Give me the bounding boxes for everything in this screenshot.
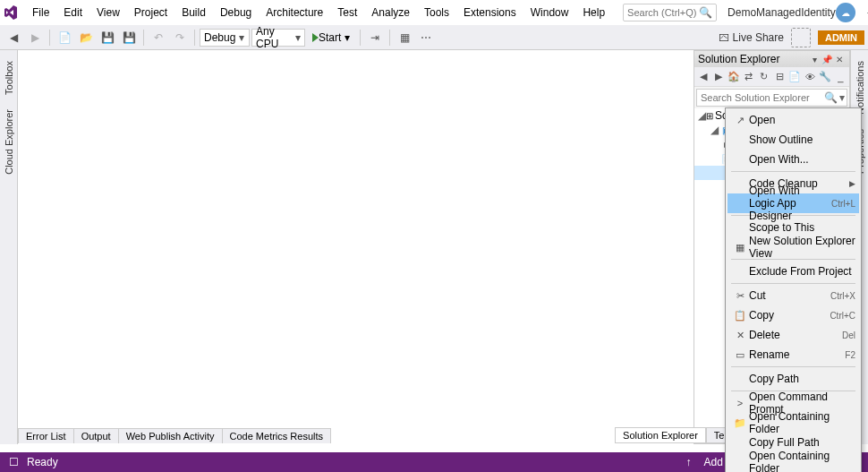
- context-menu-label: Open Containing Folder: [749, 450, 855, 472]
- expander-icon[interactable]: ◢: [698, 109, 706, 122]
- context-menu-item[interactable]: Open Containing Folder: [728, 452, 859, 472]
- start-button[interactable]: Start▾: [307, 28, 355, 47]
- panel-forward-button[interactable]: ▶: [711, 69, 725, 85]
- step-button[interactable]: ⇥: [365, 28, 385, 47]
- menu-tools[interactable]: Tools: [417, 3, 456, 22]
- context-menu-label: Copy Path: [749, 373, 855, 385]
- cloud-explorer-tab[interactable]: Cloud Explorer: [2, 102, 16, 182]
- context-menu-item[interactable]: Open With...: [728, 150, 859, 169]
- live-share-button[interactable]: ⮹ Live Share: [719, 31, 784, 44]
- search-box[interactable]: 🔍: [623, 4, 717, 21]
- menu-extensions[interactable]: Extensions: [456, 3, 523, 22]
- save-all-button[interactable]: 💾: [119, 28, 139, 47]
- platform-combo[interactable]: Any CPU▾: [251, 29, 305, 47]
- panel-pin-button[interactable]: 📌: [821, 53, 833, 65]
- tab-code-metrics[interactable]: Code Metrics Results: [222, 428, 332, 443]
- context-menu-label: Copy Full Path: [749, 436, 855, 449]
- menu-window[interactable]: Window: [523, 3, 576, 22]
- panel-preview-button[interactable]: 👁: [804, 69, 817, 85]
- redo-button[interactable]: ↷: [170, 28, 190, 47]
- menu-build[interactable]: Build: [174, 3, 213, 22]
- copy-icon: 📋: [731, 310, 749, 322]
- context-menu-item[interactable]: Open With Logic App DesignerCtrl+L: [728, 193, 859, 213]
- panel-home-button[interactable]: 🏠: [727, 69, 740, 85]
- tab-output[interactable]: Output: [73, 428, 119, 443]
- panel-dropdown-button[interactable]: ▾: [808, 53, 821, 65]
- context-menu-label: Scope to This: [749, 221, 855, 234]
- context-menu-item[interactable]: ▭RenameF2: [728, 345, 859, 365]
- context-menu-item[interactable]: Exclude From Project: [728, 262, 859, 281]
- minimize-button[interactable]: ─: [861, 2, 868, 23]
- folder-icon: 📁: [731, 417, 749, 429]
- undo-button[interactable]: ↶: [149, 28, 168, 47]
- panel-close-button[interactable]: ✕: [833, 53, 846, 65]
- open-icon: ↗: [731, 115, 749, 126]
- new-project-button[interactable]: 📄: [55, 28, 74, 47]
- menu-analyze[interactable]: Analyze: [364, 3, 417, 22]
- back-button[interactable]: ◀: [4, 28, 23, 47]
- context-menu-item[interactable]: ↗Open: [728, 110, 859, 130]
- context-menu-item[interactable]: ✕DeleteDel: [728, 325, 859, 345]
- context-menu-item[interactable]: ✂CutCtrl+X: [728, 286, 859, 305]
- forward-button[interactable]: ▶: [25, 28, 45, 47]
- browse-button[interactable]: ▦: [395, 28, 414, 47]
- panel-header: Solution Explorer ▾ 📌 ✕: [694, 51, 849, 67]
- context-menu-item[interactable]: Copy Path: [728, 369, 859, 389]
- context-menu-shortcut: F2: [845, 350, 855, 360]
- source-control-up-icon: ↑: [683, 456, 695, 468]
- context-menu-item[interactable]: Show Outline: [728, 130, 859, 150]
- open-button[interactable]: 📂: [76, 28, 96, 47]
- context-menu-label: Delete: [749, 329, 835, 341]
- panel-sync-button[interactable]: ⇄: [742, 69, 755, 85]
- extra-button[interactable]: ⋯: [416, 28, 436, 47]
- search-icon: 🔍: [824, 91, 838, 104]
- tab-web-publish[interactable]: Web Publish Activity: [118, 428, 223, 443]
- toolbox-tab[interactable]: Toolbox: [2, 54, 16, 102]
- menu-file[interactable]: File: [25, 3, 56, 22]
- panel-back-button[interactable]: ◀: [696, 69, 710, 85]
- left-rail: Toolbox Cloud Explorer: [0, 50, 18, 444]
- context-menu-label: Open Containing Folder: [749, 410, 855, 435]
- menu-architecture[interactable]: Architecture: [259, 3, 330, 22]
- window-title: DemoManagedIdentity: [728, 6, 836, 19]
- chevron-down-icon[interactable]: ▾: [839, 91, 845, 104]
- context-menu: ↗OpenShow OutlineOpen With...Code Cleanu…: [725, 107, 862, 472]
- context-menu-label: Open: [749, 114, 855, 126]
- context-menu-label: Rename: [749, 348, 838, 361]
- cmd-icon: >: [731, 398, 749, 408]
- panel-refresh-button[interactable]: ↻: [757, 69, 770, 85]
- panel-search-input[interactable]: [701, 92, 824, 103]
- feedback-icon[interactable]: ☁: [836, 3, 855, 22]
- panel-search[interactable]: 🔍 ▾: [696, 89, 847, 107]
- menu-view[interactable]: View: [89, 3, 127, 22]
- tab-solution-explorer[interactable]: Solution Explorer: [615, 427, 706, 443]
- menu-edit[interactable]: Edit: [56, 3, 89, 22]
- config-combo[interactable]: Debug▾: [200, 29, 250, 47]
- expander-icon[interactable]: ◢: [709, 124, 719, 136]
- tab-error-list[interactable]: Error List: [18, 428, 74, 443]
- sign-in-avatar[interactable]: [791, 28, 811, 47]
- save-button[interactable]: 💾: [98, 28, 117, 47]
- context-menu-item[interactable]: 📋CopyCtrl+C: [728, 305, 859, 325]
- menu-test[interactable]: Test: [330, 3, 364, 22]
- panel-collapse-button[interactable]: ⊟: [772, 69, 786, 85]
- live-share-icon: ⮹: [719, 31, 729, 44]
- context-menu-shortcut: Ctrl+C: [830, 311, 855, 321]
- context-menu-item[interactable]: 📁Open Containing Folder: [728, 413, 859, 433]
- cut-icon: ✂: [731, 290, 749, 302]
- menu-debug[interactable]: Debug: [213, 3, 259, 22]
- panel-toolbar: ◀ ▶ 🏠 ⇄ ↻ ⊟ 📄 👁 🔧 ⎯: [694, 67, 849, 87]
- search-input[interactable]: [627, 7, 699, 18]
- panel-showall-button[interactable]: 📄: [788, 69, 802, 85]
- toolbar: ◀ ▶ 📄 📂 💾 💾 ↶ ↷ Debug▾ Any CPU▾ Start▾ ⇥…: [0, 25, 868, 50]
- menu-help[interactable]: Help: [575, 3, 612, 22]
- menu-project[interactable]: Project: [127, 3, 174, 22]
- context-menu-label: Exclude From Project: [749, 265, 855, 278]
- context-menu-label: Show Outline: [749, 133, 855, 146]
- context-menu-item[interactable]: ▦New Solution Explorer View: [728, 237, 859, 257]
- status-icon: ☐: [7, 456, 20, 468]
- bottom-tabs: Error List Output Web Publish Activity C…: [18, 428, 330, 443]
- panel-view-button[interactable]: ⎯: [834, 69, 847, 85]
- panel-properties-button[interactable]: 🔧: [819, 69, 832, 85]
- status-ready: Ready: [27, 456, 58, 468]
